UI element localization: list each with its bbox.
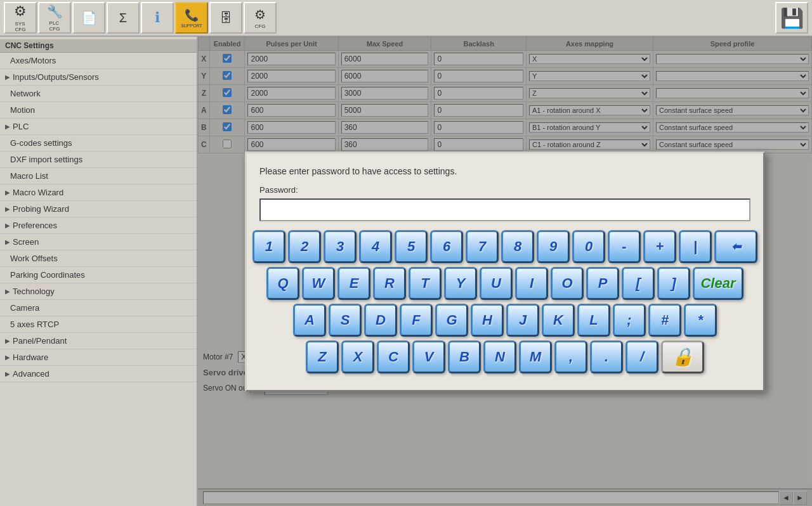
key-f[interactable]: F bbox=[400, 304, 433, 337]
main-layout: CNC Settings Axes/Motors ▶ Inputs/Output… bbox=[0, 37, 812, 506]
sidebar-group-label: CNC Settings bbox=[0, 39, 197, 53]
screen-arrow: ▶ bbox=[5, 238, 10, 245]
sidebar-item-parking[interactable]: Parking Coordinates bbox=[0, 267, 197, 283]
key-2[interactable]: 2 bbox=[288, 230, 321, 263]
toolbar-btn-support[interactable]: 📞 SUPPORT bbox=[175, 2, 208, 34]
key-semicolon[interactable]: ; bbox=[613, 304, 646, 337]
key-5[interactable]: 5 bbox=[395, 230, 428, 263]
key-minus[interactable]: - bbox=[608, 230, 641, 263]
prefs-arrow: ▶ bbox=[5, 222, 10, 229]
key-plus[interactable]: + bbox=[643, 230, 676, 263]
key-o[interactable]: O bbox=[551, 267, 584, 300]
lock-key[interactable]: 🔒 bbox=[661, 341, 704, 373]
db-icon: 🗄 bbox=[219, 11, 232, 25]
sidebar-item-panel[interactable]: ▶ Panel/Pendant bbox=[0, 333, 197, 349]
sidebar-item-network[interactable]: Network bbox=[0, 86, 197, 102]
sidebar-item-dxf[interactable]: DXF import settings bbox=[0, 152, 197, 168]
key-m[interactable]: M bbox=[519, 341, 552, 373]
save-button[interactable]: 💾 bbox=[775, 2, 808, 34]
sidebar-item-io[interactable]: ▶ Inputs/Outputs/Sensors bbox=[0, 69, 197, 86]
key-v[interactable]: V bbox=[412, 341, 445, 373]
key-hash[interactable]: # bbox=[648, 304, 681, 337]
key-x[interactable]: X bbox=[341, 341, 374, 373]
modal-title: Please enter password to have access to … bbox=[259, 166, 750, 176]
key-e[interactable]: E bbox=[337, 267, 370, 300]
key-s[interactable]: S bbox=[329, 304, 362, 337]
key-asterisk[interactable]: * bbox=[684, 304, 717, 337]
key-bracket-close[interactable]: ] bbox=[657, 267, 690, 300]
key-y[interactable]: Y bbox=[444, 267, 477, 300]
key-9[interactable]: 9 bbox=[537, 230, 570, 263]
key-1[interactable]: 1 bbox=[252, 230, 285, 263]
key-p[interactable]: P bbox=[586, 267, 619, 300]
probwiz-arrow: ▶ bbox=[5, 205, 10, 212]
keyboard-row-1: 1 2 3 4 5 6 7 8 9 0 - + | ⬅ bbox=[259, 230, 750, 263]
key-d[interactable]: D bbox=[364, 304, 397, 337]
key-l[interactable]: L bbox=[577, 304, 610, 337]
key-t[interactable]: T bbox=[409, 267, 442, 300]
key-comma[interactable]: , bbox=[554, 341, 587, 373]
cfg-icon: ⚙ bbox=[254, 7, 266, 22]
key-h[interactable]: H bbox=[471, 304, 504, 337]
sidebar-item-5axes[interactable]: 5 axes RTCP bbox=[0, 316, 197, 333]
sidebar: CNC Settings Axes/Motors ▶ Inputs/Output… bbox=[0, 37, 198, 506]
support-icon: 📞 bbox=[185, 8, 199, 22]
password-input[interactable] bbox=[259, 198, 750, 221]
key-4[interactable]: 4 bbox=[359, 230, 392, 263]
key-q[interactable]: Q bbox=[266, 267, 299, 300]
toolbar-btn-calc[interactable]: Σ bbox=[107, 2, 140, 34]
sidebar-item-camera[interactable]: Camera bbox=[0, 300, 197, 316]
key-7[interactable]: 7 bbox=[466, 230, 499, 263]
sidebar-item-advanced[interactable]: ▶ Advanced bbox=[0, 366, 197, 382]
key-8[interactable]: 8 bbox=[501, 230, 534, 263]
toolbar-btn-db[interactable]: 🗄 bbox=[209, 2, 242, 34]
key-n[interactable]: N bbox=[483, 341, 516, 373]
sidebar-item-workoffsets[interactable]: Work Offsets bbox=[0, 250, 197, 267]
key-r[interactable]: R bbox=[373, 267, 406, 300]
key-0[interactable]: 0 bbox=[572, 230, 605, 263]
advanced-arrow: ▶ bbox=[5, 370, 10, 377]
key-g[interactable]: G bbox=[435, 304, 468, 337]
sidebar-item-tech[interactable]: ▶ Technology bbox=[0, 283, 197, 300]
sidebar-item-probwiz[interactable]: ▶ Probing Wizard bbox=[0, 201, 197, 217]
tech-arrow: ▶ bbox=[5, 288, 10, 295]
key-pipe[interactable]: | bbox=[679, 230, 712, 263]
toolbar-btn-plccfg-label: PLCCFG bbox=[49, 20, 60, 32]
sidebar-item-screen[interactable]: ▶ Screen bbox=[0, 234, 197, 250]
key-6[interactable]: 6 bbox=[430, 230, 463, 263]
key-j[interactable]: J bbox=[506, 304, 539, 337]
password-modal: Please enter password to have access to … bbox=[245, 152, 765, 392]
panel-arrow: ▶ bbox=[5, 337, 10, 344]
sidebar-item-plc[interactable]: ▶ PLC bbox=[0, 119, 197, 135]
toolbar-btn-files[interactable]: 📄 bbox=[72, 2, 105, 34]
toolbar-btn-syscfg[interactable]: ⚙ SYSCFG bbox=[4, 2, 37, 34]
sidebar-item-gcodes[interactable]: G-codes settings bbox=[0, 135, 197, 152]
key-b[interactable]: B bbox=[448, 341, 481, 373]
sidebar-item-motion[interactable]: Motion bbox=[0, 102, 197, 119]
key-w[interactable]: W bbox=[302, 267, 335, 300]
sidebar-item-axes[interactable]: Axes/Motors bbox=[0, 53, 197, 69]
sidebar-item-macrowiz[interactable]: ▶ Macro Wizard bbox=[0, 185, 197, 201]
key-bracket-open[interactable]: [ bbox=[622, 267, 655, 300]
content-area: Enabled Pulses per Unit Max Speed Backla… bbox=[198, 37, 812, 506]
key-a[interactable]: A bbox=[293, 304, 326, 337]
key-k[interactable]: K bbox=[542, 304, 575, 337]
key-period[interactable]: . bbox=[590, 341, 623, 373]
toolbar-btn-cfg[interactable]: ⚙ CFG bbox=[244, 2, 277, 34]
plccfg-icon: 🔧 bbox=[47, 4, 63, 19]
key-i[interactable]: I bbox=[515, 267, 548, 300]
toolbar-btn-info[interactable]: ℹ bbox=[141, 2, 174, 34]
key-c[interactable]: C bbox=[377, 341, 410, 373]
sidebar-item-prefs[interactable]: ▶ Preferences bbox=[0, 217, 197, 234]
sidebar-item-hardware[interactable]: ▶ Hardware bbox=[0, 349, 197, 366]
key-z[interactable]: Z bbox=[306, 341, 339, 373]
key-slash[interactable]: / bbox=[625, 341, 658, 373]
key-3[interactable]: 3 bbox=[324, 230, 357, 263]
key-u[interactable]: U bbox=[480, 267, 513, 300]
backspace-key[interactable]: ⬅ bbox=[714, 230, 757, 263]
clear-key[interactable]: Clear bbox=[693, 267, 743, 300]
plc-arrow: ▶ bbox=[5, 123, 10, 130]
io-arrow: ▶ bbox=[5, 74, 10, 81]
sidebar-item-macrolist[interactable]: Macro List bbox=[0, 168, 197, 185]
toolbar-btn-plccfg[interactable]: 🔧 PLCCFG bbox=[38, 2, 71, 34]
